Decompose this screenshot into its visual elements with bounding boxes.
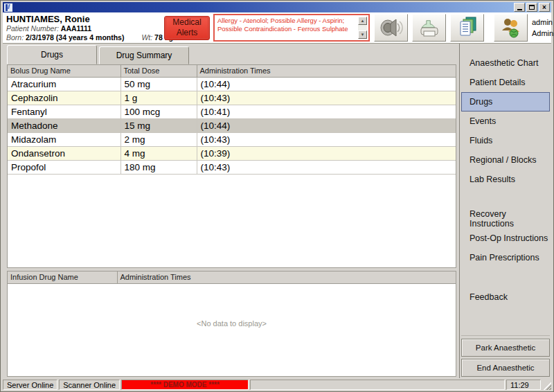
scroll-up-icon[interactable]: ▲ <box>358 17 367 25</box>
bolus-drug-table: Bolus Drug Name Total Dose Administratio… <box>7 64 456 268</box>
column-header-infusion-admin-times: Administration Times <box>117 271 456 283</box>
sidebar-item-post-op-instructions[interactable]: Post-Op Instructions <box>461 229 550 248</box>
resize-grip[interactable] <box>542 380 551 390</box>
tab-drug-summary[interactable]: Drug Summary <box>99 46 189 64</box>
no-data-message: <No data to display> <box>7 319 456 328</box>
maximize-icon[interactable] <box>526 3 537 12</box>
sidebar-item-drugs[interactable]: Drugs <box>461 92 550 112</box>
speaker-button[interactable] <box>374 14 408 42</box>
park-anaesthetic-button[interactable]: Park Anaesthetic <box>461 339 550 357</box>
allergy-alert-box: Allergy - Atenolol; Possible Allergy - A… <box>213 14 370 42</box>
sidebar-item-fluids[interactable]: Fluids <box>461 131 550 150</box>
sidebar-item-recovery-instructions[interactable]: Recovery Instructions <box>461 209 550 229</box>
patient-number-label: Patient Number: <box>6 24 59 33</box>
server-status: Server Online <box>3 380 57 390</box>
tab-strip: Drugs Drug Summary <box>7 44 456 64</box>
status-bar: Server Online Scanner Online **** DEMO M… <box>3 378 551 390</box>
table-row[interactable]: Atracurium50 mg(10:44) <box>8 77 456 91</box>
navigation-sidebar: Anaesthetic Chart Patient Details Drugs … <box>459 44 551 378</box>
birth-date: 2/3/1978 <box>26 33 54 42</box>
patient-header: HUNTIAMES, Ronie Patient Number: AAA1111… <box>3 12 551 44</box>
printer-icon <box>418 17 441 38</box>
patient-number: AAA1111 <box>61 24 91 33</box>
status-spacer <box>250 380 505 390</box>
table-row-selected[interactable]: Methadone15 mg(10:44) <box>8 118 456 132</box>
minimize-icon[interactable] <box>514 3 525 12</box>
alert-scrollbar[interactable]: ▲ ▼ <box>358 17 367 39</box>
column-header-administration-times: Administration Times <box>197 65 456 77</box>
infusion-drug-table: Infusion Drug Name Administration Times … <box>7 271 456 377</box>
sidebar-item-lab-results[interactable]: Lab Results <box>461 170 550 189</box>
user-block: admin Administrator, Default <box>494 14 554 42</box>
sidebar-item-patient-details[interactable]: Patient Details <box>461 73 550 92</box>
sidebar-item-anaesthetic-chart[interactable]: Anaesthetic Chart <box>461 53 550 73</box>
user-role: Administrator, Default <box>532 28 554 39</box>
patient-name: HUNTIAMES, Ronie <box>6 14 164 24</box>
print-button[interactable] <box>412 14 446 42</box>
users-icon <box>499 17 523 39</box>
scanner-status: Scanner Online <box>59 380 120 390</box>
weight-label: Wt: <box>141 33 152 42</box>
patient-age: (34 years 4 months) <box>56 33 125 42</box>
table-row[interactable]: Ondansetron4 mg(10:39) <box>8 146 456 160</box>
sidebar-item-feedback[interactable]: Feedback <box>461 287 550 307</box>
sidebar-item-pain-prescriptions[interactable]: Pain Prescriptions <box>461 248 550 267</box>
main-content: Drugs Drug Summary Bolus Drug Name Total… <box>3 44 459 378</box>
sidebar-item-regional-blocks[interactable]: Regional / Blocks <box>461 150 550 170</box>
documents-icon <box>456 17 479 39</box>
column-header-total-dose: Total Dose <box>120 65 197 77</box>
table-row[interactable]: Propofol180 mg(10:43) <box>8 160 456 174</box>
born-label: Born: <box>6 33 24 42</box>
end-anaesthetic-button[interactable]: End Anaesthetic <box>461 359 550 377</box>
speaker-icon <box>379 17 403 38</box>
column-header-bolus-drug-name: Bolus Drug Name <box>8 65 120 77</box>
scroll-down-icon[interactable]: ▼ <box>358 30 367 39</box>
tab-drugs[interactable]: Drugs <box>7 45 97 64</box>
table-row[interactable]: Cephazolin1 g(10:43) <box>8 91 456 105</box>
clock: 11:29 <box>506 380 541 390</box>
window-controls: × <box>514 3 550 12</box>
toolbar: admin Administrator, Default <box>374 14 554 42</box>
table-row[interactable]: Fentanyl100 mcg(10:41) <box>8 105 456 118</box>
app-window: × HUNTIAMES, Ronie Patient Number: AAA11… <box>0 0 554 392</box>
app-icon <box>4 3 12 12</box>
medical-alerts-button[interactable]: Medical Alerts <box>164 16 210 40</box>
user-button[interactable] <box>494 14 528 42</box>
user-name: admin <box>532 17 554 28</box>
column-header-infusion-drug-name: Infusion Drug Name <box>8 271 117 283</box>
documents-button[interactable] <box>450 14 484 42</box>
title-bar: × <box>3 2 551 12</box>
patient-info: HUNTIAMES, Ronie Patient Number: AAA1111… <box>6 14 164 42</box>
demo-mode-banner: **** DEMO MODE **** <box>121 380 249 390</box>
sidebar-item-events[interactable]: Events <box>461 112 550 131</box>
allergy-alert-text: Allergy - Atenolol; Possible Allergy - A… <box>217 17 357 34</box>
table-row[interactable]: Midazolam2 mg(10:43) <box>8 132 456 146</box>
close-icon[interactable]: × <box>539 3 550 12</box>
